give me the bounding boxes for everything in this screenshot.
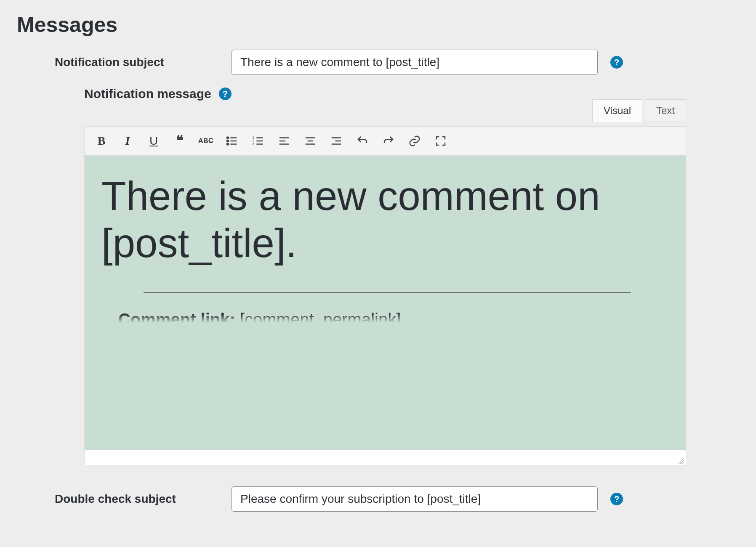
editor: Visual Text B I U ❝ ABC 123 <box>84 126 686 465</box>
underline-button[interactable]: U <box>144 131 164 151</box>
redo-button[interactable] <box>378 131 399 151</box>
editor-partial-line: Comment link: [comment_permalink] <box>101 310 669 323</box>
notification-message-label: Notification message <box>84 87 211 101</box>
divider <box>144 292 631 293</box>
editor-toolbar: B I U ❝ ABC 123 <box>84 126 686 156</box>
strikethrough-button[interactable]: ABC <box>196 131 216 151</box>
notification-subject-row: Notification subject <box>17 50 739 75</box>
editor-tabs: Visual Text <box>590 99 686 122</box>
svg-point-4 <box>227 143 229 145</box>
editor-footer <box>84 450 686 465</box>
svg-line-23 <box>682 462 684 464</box>
double-check-subject-input[interactable] <box>232 486 598 512</box>
svg-text:3: 3 <box>252 142 254 146</box>
help-icon[interactable] <box>219 88 232 100</box>
double-check-subject-label: Double check subject <box>55 492 232 506</box>
svg-point-0 <box>227 137 229 139</box>
align-center-button[interactable] <box>300 131 320 151</box>
editor-headline: There is a new comment on [post_title]. <box>101 173 669 267</box>
fullscreen-button[interactable] <box>431 131 451 151</box>
tab-text[interactable]: Text <box>645 99 686 122</box>
editor-body[interactable]: There is a new comment on [post_title]. … <box>84 156 686 450</box>
link-button[interactable] <box>405 131 425 151</box>
help-icon[interactable] <box>610 56 623 69</box>
svg-point-2 <box>227 140 229 142</box>
tab-visual[interactable]: Visual <box>592 99 642 122</box>
resize-handle-icon[interactable] <box>676 457 684 464</box>
italic-button[interactable]: I <box>117 131 138 151</box>
align-right-button[interactable] <box>326 131 346 151</box>
double-check-subject-row: Double check subject <box>17 486 739 512</box>
numbered-list-button[interactable]: 123 <box>248 131 268 151</box>
blockquote-button[interactable]: ❝ <box>170 131 190 151</box>
notification-subject-input[interactable] <box>232 50 598 75</box>
notification-subject-label: Notification subject <box>55 56 232 69</box>
help-icon[interactable] <box>610 493 623 505</box>
undo-button[interactable] <box>352 131 373 151</box>
notification-message-label-row: Notification message <box>17 87 739 101</box>
align-left-button[interactable] <box>274 131 294 151</box>
section-title: Messages <box>17 13 739 37</box>
bold-button[interactable]: B <box>91 131 112 151</box>
bullet-list-button[interactable] <box>222 131 242 151</box>
